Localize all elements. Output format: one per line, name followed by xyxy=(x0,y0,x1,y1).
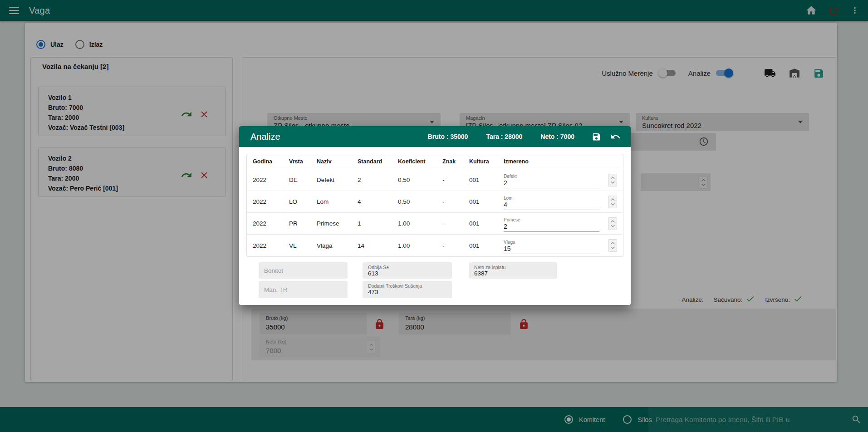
summary-neto: Neto : 7000 xyxy=(540,133,574,140)
cell-kultura: 001 xyxy=(463,198,498,205)
cell-standard: 4 xyxy=(352,198,392,205)
man-tr-field[interactable]: Man. TR xyxy=(259,281,348,298)
cell-kultura: 001 xyxy=(463,177,498,183)
izmereno-input-value[interactable]: 2 xyxy=(504,222,599,232)
cell-naziv: Vlaga xyxy=(311,242,352,249)
col-koeficient: Koeficient xyxy=(392,158,436,165)
cell-kultura: 001 xyxy=(463,242,498,249)
analize-modal-title: Analize xyxy=(250,132,280,142)
izmereno-input-label: Primese xyxy=(504,217,599,222)
analize-modal-header: Analize Bruto : 35000 Tara : 28000 Neto … xyxy=(239,126,631,147)
cell-znak: - xyxy=(436,177,463,183)
dodatni-troskovi-value: 473 xyxy=(368,289,378,295)
col-kultura: Kultura xyxy=(463,158,498,165)
cell-koeficient: 1.00 xyxy=(392,242,436,249)
col-znak: Znak xyxy=(436,158,463,165)
cell-koeficient: 0.50 xyxy=(392,177,436,183)
izmereno-input-value[interactable]: 4 xyxy=(504,201,599,210)
cell-godina: 2022 xyxy=(247,198,283,205)
cell-koeficient: 0.50 xyxy=(392,198,436,205)
cell-standard: 2 xyxy=(352,177,392,183)
table-row: 2022 LO Lom 4 0.50 - 001 Lom 4 xyxy=(247,191,623,213)
col-vrsta: Vrsta xyxy=(283,158,311,165)
undo-icon[interactable] xyxy=(610,132,621,142)
stepper-control[interactable] xyxy=(608,196,617,208)
weight-summary: Bruto : 35000 Tara : 28000 Neto : 7000 xyxy=(428,133,574,140)
analysis-table-header: Godina Vrsta Naziv Standard Koeficient Z… xyxy=(247,154,623,169)
izmereno-input[interactable]: Vlaga 15 xyxy=(504,237,599,254)
stepper-control[interactable] xyxy=(608,239,617,252)
save-icon[interactable] xyxy=(592,132,601,142)
cell-vrsta: VL xyxy=(283,242,311,249)
cell-znak: - xyxy=(436,220,463,227)
izmereno-input-label: Lom xyxy=(504,196,599,201)
neto-za-isplatu-label: Neto za isplatu xyxy=(474,265,505,270)
app-screen: Vaga Ulaz Izlaz Vozil xyxy=(0,0,868,432)
cell-standard: 14 xyxy=(352,242,392,249)
neto-za-isplatu-value: 6387 xyxy=(474,270,488,277)
cell-vrsta: LO xyxy=(283,198,311,205)
izmereno-input[interactable]: Lom 4 xyxy=(504,193,599,210)
col-naziv: Naziv xyxy=(311,158,352,165)
col-izmereno: Izmereno xyxy=(498,158,623,165)
bonitet-label: Bonitet xyxy=(259,267,283,274)
table-row: 2022 VL Vlaga 14 1.00 - 001 Vlaga 15 xyxy=(247,235,623,256)
table-row: 2022 DE Defekt 2 0.50 - 001 Defekt 2 xyxy=(247,169,623,191)
stepper-control[interactable] xyxy=(608,217,617,230)
izmereno-input-label: Defekt xyxy=(504,174,599,179)
table-row: 2022 PR Primese 1 1.00 - 001 Primese 2 xyxy=(247,213,623,235)
odbija-se-field[interactable]: Odbija Se 613 xyxy=(363,262,452,279)
analysis-table: Godina Vrsta Naziv Standard Koeficient Z… xyxy=(246,154,623,257)
cell-kultura: 001 xyxy=(463,220,498,227)
dodatni-troskovi-field[interactable]: Dodatni Troškovi Sušenja 473 xyxy=(363,281,452,298)
izmereno-input-label: Vlaga xyxy=(504,240,599,245)
cell-naziv: Primese xyxy=(311,220,352,227)
bonitet-field[interactable]: Bonitet xyxy=(259,262,348,279)
cell-vrsta: PR xyxy=(283,220,311,227)
col-standard: Standard xyxy=(352,158,392,165)
dodatni-troskovi-label: Dodatni Troškovi Sušenja xyxy=(368,283,422,289)
odbija-se-label: Odbija Se xyxy=(368,265,389,270)
cell-godina: 2022 xyxy=(247,220,283,227)
cell-znak: - xyxy=(436,242,463,249)
cell-naziv: Lom xyxy=(311,198,352,205)
neto-za-isplatu-field[interactable]: Neto za isplatu 6387 xyxy=(469,262,557,279)
cell-standard: 1 xyxy=(352,220,392,227)
cell-godina: 2022 xyxy=(247,177,283,183)
cell-naziv: Defekt xyxy=(311,177,352,183)
man-tr-label: Man. TR xyxy=(259,286,288,293)
izmereno-input[interactable]: Primese 2 xyxy=(504,215,599,232)
cell-godina: 2022 xyxy=(247,242,283,249)
cell-znak: - xyxy=(436,198,463,205)
odbija-se-value: 613 xyxy=(368,270,378,277)
stepper-control[interactable] xyxy=(608,174,617,187)
izmereno-input[interactable]: Defekt 2 xyxy=(504,172,599,188)
analize-modal: Analize Bruto : 35000 Tara : 28000 Neto … xyxy=(239,126,631,305)
summary-bruto: Bruto : 35000 xyxy=(428,133,468,140)
cell-vrsta: DE xyxy=(283,177,311,183)
izmereno-input-value[interactable]: 2 xyxy=(504,179,599,188)
summary-tara: Tara : 28000 xyxy=(486,133,522,140)
izmereno-input-value[interactable]: 15 xyxy=(504,245,599,254)
cell-koeficient: 1.00 xyxy=(392,220,436,227)
col-godina: Godina xyxy=(247,158,283,165)
